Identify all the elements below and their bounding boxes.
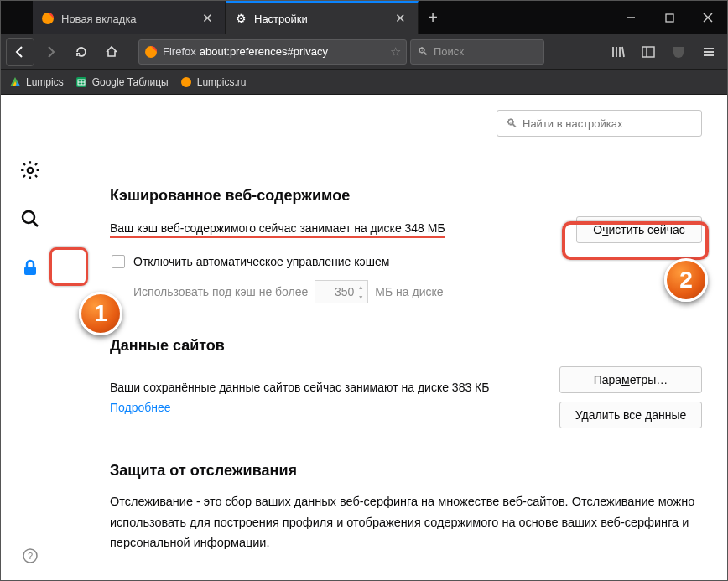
category-general[interactable] [13, 153, 47, 187]
identity-label: Firefox [163, 45, 196, 58]
site-data-info: Ваши сохранённые данные сайтов сейчас за… [110, 381, 489, 394]
bookmark-item[interactable]: Google Таблицы [75, 76, 169, 88]
tracking-heading: Защита от отслеживания [110, 462, 702, 480]
back-button[interactable] [6, 38, 34, 66]
sheets-icon [75, 76, 87, 88]
search-bar[interactable]: 🔍︎ Поиск [410, 39, 544, 65]
clear-cache-button[interactable]: Очистить сейчас [576, 216, 702, 243]
firefox-icon [144, 45, 158, 59]
search-placeholder: Поиск [434, 45, 464, 58]
library-button[interactable] [605, 39, 632, 65]
svg-point-20 [23, 211, 34, 223]
tab-new[interactable]: Новая вкладка ✕ [33, 1, 226, 34]
cache-heading: Кэшированное веб-содержимое [110, 187, 702, 205]
tab-title: Настройки [254, 13, 392, 25]
bookmark-label: Google Таблицы [92, 76, 169, 88]
close-window-button[interactable] [689, 1, 727, 34]
bookmark-item[interactable]: Lumpics [9, 76, 64, 88]
cache-info-text: Ваш кэш веб-содержимого сейчас занимает … [110, 221, 445, 238]
url-bar[interactable]: Firefox ☆ [138, 39, 407, 65]
cache-limit-pre: Использовать под кэш не более [133, 285, 308, 298]
site-data-heading: Данные сайтов [110, 337, 702, 355]
prefs-sidebar: ? [1, 95, 60, 580]
close-tab-icon[interactable]: ✕ [392, 11, 409, 26]
site-data-more-link[interactable]: Подробнее [110, 401, 171, 414]
maximize-button[interactable] [650, 1, 689, 34]
home-button[interactable] [98, 39, 125, 65]
tracking-description: Отслеживание - это сбор ваших данных веб… [110, 491, 702, 553]
prefs-search[interactable]: 🔍︎ Найти в настройках [497, 110, 702, 137]
tab-title: Новая вкладка [61, 13, 199, 25]
menu-button[interactable] [695, 39, 722, 65]
bookmark-label: Lumpics [26, 76, 64, 88]
prefs-main: 🔍︎ Найти в настройках Кэшированное веб-с… [60, 95, 727, 580]
category-search[interactable] [13, 202, 47, 236]
svg-line-21 [33, 221, 38, 226]
forward-button[interactable] [38, 39, 65, 65]
titlebar: Новая вкладка ✕ ⚙ Настройки ✕ + [1, 1, 727, 34]
bookmark-item[interactable]: Lumpics.ru [180, 76, 247, 88]
cache-limit-input[interactable]: 350 ▲▼ [315, 280, 368, 303]
svg-rect-6 [642, 47, 654, 57]
bookmark-label: Lumpics.ru [197, 76, 247, 88]
help-button[interactable]: ? [1, 548, 60, 563]
reload-button[interactable] [68, 39, 95, 65]
new-tab-button[interactable]: + [419, 1, 447, 34]
search-icon: 🔍︎ [506, 117, 517, 130]
svg-text:?: ? [28, 551, 33, 561]
bookmark-star-icon[interactable]: ☆ [390, 44, 401, 60]
override-cache-label: Отключить автоматическое управление кэше… [133, 255, 389, 268]
override-cache-checkbox[interactable] [112, 255, 125, 268]
close-tab-icon[interactable]: ✕ [199, 11, 216, 26]
svg-point-18 [181, 77, 191, 87]
firefox-icon [41, 12, 55, 25]
gear-icon: ⚙ [234, 12, 247, 25]
ublock-icon[interactable] [665, 39, 692, 65]
bookmarks-bar: Lumpics Google Таблицы Lumpics.ru [1, 70, 727, 95]
svg-rect-22 [24, 267, 36, 275]
site-icon [180, 76, 192, 88]
prefs-search-placeholder: Найти в настройках [523, 117, 623, 130]
minimize-button[interactable] [611, 1, 650, 34]
cache-limit-post: МБ на диске [375, 285, 443, 298]
nav-toolbar: Firefox ☆ 🔍︎ Поиск [1, 34, 727, 70]
site-data-delete-all-button[interactable]: Удалить все данные [559, 402, 702, 428]
site-icon [9, 76, 21, 88]
url-input[interactable] [200, 45, 387, 58]
tab-settings[interactable]: ⚙ Настройки ✕ [226, 1, 419, 34]
sidebar-button[interactable] [635, 39, 662, 65]
svg-point-19 [28, 168, 34, 174]
preferences-content: ? 🔍︎ Найти в настройках Кэшированное веб… [1, 95, 727, 580]
category-privacy[interactable] [13, 251, 47, 284]
svg-rect-2 [666, 14, 673, 22]
site-data-params-button[interactable]: Параметры… [559, 366, 702, 393]
search-icon: 🔍︎ [418, 45, 429, 58]
